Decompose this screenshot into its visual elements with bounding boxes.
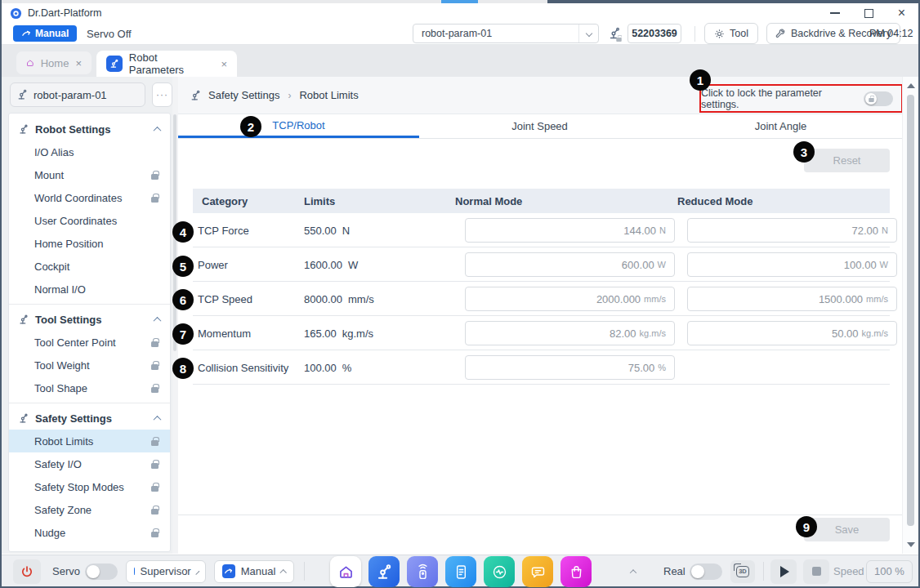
tab-robot-parameters[interactable]: Robot Parameters × [96,51,237,77]
dock-collapse-icon[interactable] [630,569,636,576]
monitoring-app-icon[interactable] [484,556,515,587]
scroll-down-icon[interactable] [907,542,915,547]
sidebar-item-mount[interactable]: Mount [9,163,170,186]
normal-mode-input[interactable]: 75.00% [465,355,675,380]
home-icon [26,57,34,69]
divider [304,562,305,581]
sidebar-item-user-coordinates[interactable]: User Coordinates [9,209,170,232]
lock-icon [151,364,159,370]
reset-button[interactable]: Reset [804,149,890,172]
normal-mode-input[interactable]: 600.00W [465,252,675,277]
power-button[interactable] [13,559,41,584]
real-mode-toggle[interactable] [690,564,722,580]
minimize-icon[interactable] [830,12,840,14]
row-category: TCP Speed [198,293,252,305]
sidebar-nav: Robot Settings I/O Alias Mount World Coo… [8,113,171,552]
window-tab-strip: Home × Robot Parameters × [2,45,918,77]
title-bar: Dr.Dart-Platform × [2,3,918,23]
home-app-icon[interactable] [330,556,361,587]
sidebar-item-tool-weight[interactable]: Tool Weight [9,354,170,376]
sidebar-item-world-coordinates[interactable]: World Coordinates [9,186,170,209]
close-tab-icon[interactable]: × [221,58,227,70]
sidebar-item-home-position[interactable]: Home Position [9,232,170,255]
tab-tcp-robot[interactable]: TCP/Robot [178,114,419,138]
jog-pendant-app-icon[interactable] [407,556,438,587]
content-scrollbar[interactable] [902,77,918,554]
stop-icon [812,567,821,576]
speed-value[interactable]: 100 % [866,560,913,583]
sidebar-item-cockpit[interactable]: Cockpit [9,255,170,278]
row-limit: 550.00N [304,225,350,237]
3d-view-icon: 3D [736,566,750,577]
row-limit: 1600.00W [304,259,358,271]
operation-mode-select[interactable]: Manual [214,560,294,583]
reduced-mode-input[interactable]: 72.00N [687,218,897,243]
sidebar-section-tool-settings[interactable]: Tool Settings [9,308,170,331]
sidebar-item-normal-io[interactable]: Normal I/O [9,278,170,301]
sidebar-item-safety-zone[interactable]: Safety Zone [9,498,170,521]
sidebar-item-safety-io[interactable]: Safety I/O [9,452,170,475]
robot-settings-app-icon[interactable] [368,556,400,587]
task-writer-app-icon[interactable] [445,556,476,587]
robot-icon [17,89,29,100]
breadcrumb-section[interactable]: Safety Settings [208,89,279,101]
param-file-select[interactable]: robot-param-01 [413,24,599,43]
lock-parameters-toggle[interactable] [864,91,893,106]
power-icon [20,565,33,578]
robot-icon [21,29,31,38]
lock-icon [151,197,159,203]
tool-button[interactable]: Tool [704,23,758,44]
annotation-7: 7 [172,323,194,345]
app-dock [330,556,592,587]
tab-joint-angle[interactable]: Joint Angle [660,114,901,138]
close-icon[interactable]: × [898,7,905,20]
reduced-mode-input[interactable]: 100.00W [687,252,897,277]
normal-mode-input[interactable]: 144.00N [465,218,675,243]
sidebar-item-robot-limits[interactable]: Robot Limits [9,430,170,452]
servo-status-text: Servo Off [87,28,132,40]
bottom-status-bar: Servo Supervisor Manual [2,555,918,586]
param-menu-button[interactable]: ··· [152,82,172,107]
close-tab-icon[interactable]: × [75,57,82,69]
tab-home[interactable]: Home × [16,51,92,74]
lock-banner-text: Click to lock the parameter settings. [701,87,855,110]
stop-button[interactable] [803,559,829,584]
maximize-icon[interactable] [864,9,873,18]
save-button[interactable]: Save [804,518,890,541]
sidebar-item-tool-center-point[interactable]: Tool Center Point [9,331,170,354]
reduced-mode-input[interactable]: 50.00kg.m/s [687,321,897,345]
message-app-icon[interactable] [522,556,553,587]
wrench-icon [775,29,786,39]
sidebar-section-robot-settings[interactable]: Robot Settings [9,118,170,140]
scroll-up-icon[interactable] [907,83,915,88]
normal-mode-input[interactable]: 2000.000mm/s [465,287,675,311]
lock-icon [151,440,159,446]
robot-icon [19,413,29,424]
gear-icon [714,29,725,39]
sidebar-section-safety-settings[interactable]: Safety Settings [9,407,170,430]
unlock-icon [869,98,873,102]
sidebar-item-nudge[interactable]: Nudge [9,521,170,544]
store-app-icon[interactable] [560,556,592,587]
top-toolbar: Manual Servo Off robot-param-01 52203369… [2,23,918,45]
sidebar-item-io-alias[interactable]: I/O Alias [9,140,170,163]
scrollbar-thumb[interactable] [907,95,914,526]
play-button[interactable] [770,559,797,584]
table-row: Power 1600.00W 600.00W 100.00W [193,247,890,282]
table-row: TCP Speed 8000.00mm/s 2000.000mm/s 1500.… [193,282,890,316]
param-name-field[interactable]: robot-param-01 [10,82,145,107]
robot-icon [190,90,202,101]
normal-mode-input[interactable]: 82.00kg.m/s [465,321,675,345]
reduced-mode-input[interactable]: 1500.000mm/s [687,287,897,311]
tab-joint-speed[interactable]: Joint Speed [419,114,660,138]
col-normal-mode: Normal Mode [455,195,522,207]
user-role-select[interactable]: Supervisor [126,560,206,583]
manual-mode-button[interactable]: Manual [13,25,77,42]
lock-icon [151,463,159,469]
3d-view-button[interactable]: 3D [730,560,755,583]
servo-toggle[interactable] [85,564,118,580]
sidebar-scrollbar[interactable] [172,77,178,554]
sidebar-item-tool-shape[interactable]: Tool Shape [9,376,170,399]
sidebar-item-safety-stop-modes[interactable]: Safety Stop Modes [9,475,170,498]
real-mode-label: Real [663,555,686,587]
